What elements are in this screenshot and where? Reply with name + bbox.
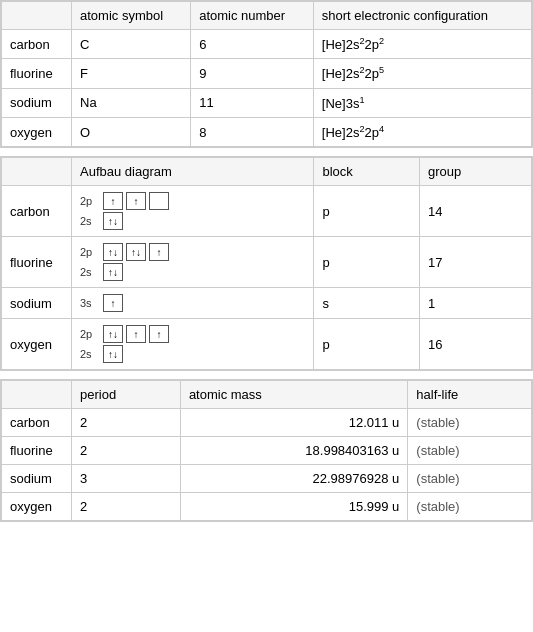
atomic-symbol: F: [72, 59, 191, 88]
element-name: oxygen: [2, 319, 72, 370]
atomic-number: 11: [191, 88, 314, 117]
group: 17: [419, 237, 531, 288]
atomic-mass: 18.998403163 u: [180, 437, 407, 465]
table-row: carbon C 6 [He]2s22p2: [2, 30, 532, 59]
atomic-number: 9: [191, 59, 314, 88]
table1-col2-header: atomic number: [191, 2, 314, 30]
table2-col2-header: block: [314, 158, 420, 186]
period: 2: [72, 493, 181, 521]
table-row: oxygen 2 15.999 u (stable): [2, 493, 532, 521]
element-name: sodium: [2, 465, 72, 493]
element-name: oxygen: [2, 117, 72, 146]
table-row: sodium 3s ↑ s 1: [2, 288, 532, 319]
group: 1: [419, 288, 531, 319]
table1: atomic symbol atomic number short electr…: [1, 1, 532, 147]
table1-col3-header: short electronic configuration: [313, 2, 531, 30]
table-row: carbon 2p ↑ ↑ 2s ↑↓: [2, 186, 532, 237]
table3-col0-header: [2, 381, 72, 409]
element-name: fluorine: [2, 237, 72, 288]
half-life: (stable): [408, 465, 532, 493]
atomic-number: 6: [191, 30, 314, 59]
table-row: fluorine F 9 [He]2s22p5: [2, 59, 532, 88]
element-name: fluorine: [2, 437, 72, 465]
half-life: (stable): [408, 493, 532, 521]
table3: period atomic mass half-life carbon 2 12…: [1, 380, 532, 521]
electron-config: [He]2s22p5: [313, 59, 531, 88]
table2-col3-header: group: [419, 158, 531, 186]
aufbau-diagram: 2p ↑↓ ↑ ↑ 2s ↑↓: [72, 319, 314, 370]
block: p: [314, 237, 420, 288]
table2: Aufbau diagram block group carbon 2p ↑ ↑: [1, 157, 532, 370]
atomic-symbol: C: [72, 30, 191, 59]
table3-col3-header: half-life: [408, 381, 532, 409]
table3-section: period atomic mass half-life carbon 2 12…: [0, 379, 533, 522]
table-row: fluorine 2p ↑↓ ↑↓ ↑ 2s ↑↓: [2, 237, 532, 288]
atomic-symbol: O: [72, 117, 191, 146]
element-name: sodium: [2, 288, 72, 319]
element-name: fluorine: [2, 59, 72, 88]
table1-col1-header: atomic symbol: [72, 2, 191, 30]
aufbau-diagram: 3s ↑: [72, 288, 314, 319]
group: 16: [419, 319, 531, 370]
electron-config: [Ne]3s1: [313, 88, 531, 117]
element-name: sodium: [2, 88, 72, 117]
atomic-symbol: Na: [72, 88, 191, 117]
element-name: carbon: [2, 186, 72, 237]
half-life: (stable): [408, 409, 532, 437]
half-life: (stable): [408, 437, 532, 465]
aufbau-diagram: 2p ↑ ↑ 2s ↑↓: [72, 186, 314, 237]
element-name: carbon: [2, 30, 72, 59]
table1-section: atomic symbol atomic number short electr…: [0, 0, 533, 148]
table-row: oxygen O 8 [He]2s22p4: [2, 117, 532, 146]
block: s: [314, 288, 420, 319]
group: 14: [419, 186, 531, 237]
period: 3: [72, 465, 181, 493]
atomic-number: 8: [191, 117, 314, 146]
table-row: carbon 2 12.011 u (stable): [2, 409, 532, 437]
period: 2: [72, 409, 181, 437]
atomic-mass: 22.98976928 u: [180, 465, 407, 493]
table-row: oxygen 2p ↑↓ ↑ ↑ 2s ↑↓: [2, 319, 532, 370]
table3-col1-header: period: [72, 381, 181, 409]
aufbau-diagram: 2p ↑↓ ↑↓ ↑ 2s ↑↓: [72, 237, 314, 288]
table3-col2-header: atomic mass: [180, 381, 407, 409]
table2-section: Aufbau diagram block group carbon 2p ↑ ↑: [0, 156, 533, 371]
table-row: sodium 3 22.98976928 u (stable): [2, 465, 532, 493]
table-row: sodium Na 11 [Ne]3s1: [2, 88, 532, 117]
table2-col1-header: Aufbau diagram: [72, 158, 314, 186]
element-name: oxygen: [2, 493, 72, 521]
period: 2: [72, 437, 181, 465]
element-name: carbon: [2, 409, 72, 437]
electron-config: [He]2s22p2: [313, 30, 531, 59]
block: p: [314, 319, 420, 370]
table-row: fluorine 2 18.998403163 u (stable): [2, 437, 532, 465]
table1-col0-header: [2, 2, 72, 30]
atomic-mass: 15.999 u: [180, 493, 407, 521]
electron-config: [He]2s22p4: [313, 117, 531, 146]
table2-col0-header: [2, 158, 72, 186]
atomic-mass: 12.011 u: [180, 409, 407, 437]
block: p: [314, 186, 420, 237]
